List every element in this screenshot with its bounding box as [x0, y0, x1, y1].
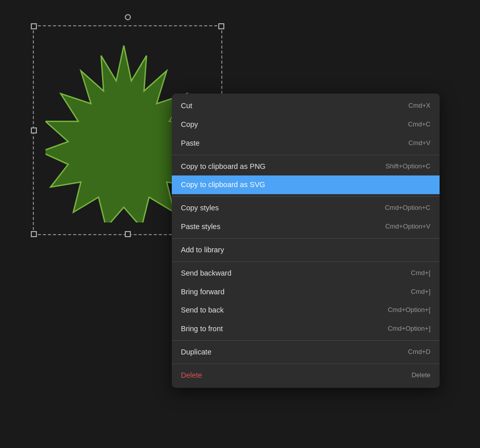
menu-item-label-send-back: Send to back — [181, 305, 224, 315]
menu-item-shortcut-send-backward: Cmd+[ — [411, 269, 430, 278]
menu-item-copy-png[interactable]: Copy to clipboard as PNGShift+Option+C — [172, 157, 440, 176]
menu-item-label-copy-styles: Copy styles — [181, 203, 219, 213]
menu-item-copy-svg[interactable]: Copy to clipboard as SVG — [172, 175, 440, 194]
menu-item-shortcut-bring-forward: Cmd+] — [411, 288, 430, 296]
menu-divider-after-paste-styles — [172, 238, 440, 239]
menu-item-label-duplicate: Duplicate — [181, 347, 211, 357]
menu-item-label-add-library: Add to library — [181, 245, 224, 255]
canvas-area: CutCmd+XCopyCmd+CPasteCmd+VCopy to clipb… — [0, 0, 480, 448]
menu-item-shortcut-copy-styles: Cmd+Option+C — [385, 204, 430, 212]
menu-item-label-delete: Delete — [181, 371, 202, 380]
menu-item-paste[interactable]: PasteCmd+V — [172, 134, 440, 153]
menu-item-label-send-backward: Send backward — [181, 268, 231, 278]
menu-item-label-paste-styles: Paste styles — [181, 222, 220, 232]
menu-item-copy-styles[interactable]: Copy stylesCmd+Option+C — [172, 199, 440, 217]
context-menu: CutCmd+XCopyCmd+CPasteCmd+VCopy to clipb… — [172, 94, 440, 388]
menu-item-shortcut-copy: Cmd+C — [408, 120, 430, 129]
menu-item-label-cut: Cut — [181, 101, 193, 111]
menu-item-delete[interactable]: DeleteDelete — [172, 366, 440, 385]
handle-bottom-left[interactable] — [31, 231, 37, 237]
menu-item-label-bring-forward: Bring forward — [181, 287, 224, 297]
menu-item-shortcut-paste-styles: Cmd+Option+V — [385, 222, 430, 231]
menu-item-shortcut-paste: Cmd+V — [408, 139, 430, 148]
menu-item-label-copy: Copy — [181, 120, 198, 129]
menu-item-label-bring-front: Bring to front — [181, 324, 223, 334]
handle-top-right[interactable] — [218, 23, 224, 29]
menu-divider-after-duplicate — [172, 364, 440, 364]
menu-divider-after-bring-front — [172, 340, 440, 341]
menu-item-shortcut-send-back: Cmd+Option+[ — [388, 306, 430, 315]
menu-item-duplicate[interactable]: DuplicateCmd+D — [172, 343, 440, 362]
menu-item-shortcut-delete: Delete — [411, 371, 430, 380]
menu-item-shortcut-duplicate: Cmd+D — [408, 348, 430, 356]
menu-item-cut[interactable]: CutCmd+X — [172, 97, 440, 115]
menu-item-label-copy-png: Copy to clipboard as PNG — [181, 162, 266, 171]
rotate-handle[interactable] — [125, 14, 131, 20]
menu-item-bring-front[interactable]: Bring to frontCmd+Option+] — [172, 320, 440, 338]
menu-item-add-library[interactable]: Add to library — [172, 241, 440, 259]
menu-item-label-copy-svg: Copy to clipboard as SVG — [181, 180, 265, 190]
menu-item-copy[interactable]: CopyCmd+C — [172, 115, 440, 134]
menu-divider-after-add-library — [172, 261, 440, 262]
menu-item-send-back[interactable]: Send to backCmd+Option+[ — [172, 301, 440, 320]
menu-divider-after-paste — [172, 155, 440, 155]
menu-divider-after-copy-svg — [172, 196, 440, 197]
menu-item-shortcut-bring-front: Cmd+Option+] — [388, 325, 430, 333]
menu-item-label-paste: Paste — [181, 139, 200, 148]
handle-middle-left[interactable] — [31, 127, 37, 133]
handle-bottom-middle[interactable] — [125, 231, 131, 237]
handle-top-left[interactable] — [31, 23, 37, 29]
menu-item-send-backward[interactable]: Send backwardCmd+[ — [172, 264, 440, 283]
menu-item-paste-styles[interactable]: Paste stylesCmd+Option+V — [172, 217, 440, 236]
menu-item-shortcut-cut: Cmd+X — [408, 102, 430, 110]
menu-item-bring-forward[interactable]: Bring forwardCmd+] — [172, 283, 440, 301]
menu-item-shortcut-copy-png: Shift+Option+C — [386, 162, 430, 171]
